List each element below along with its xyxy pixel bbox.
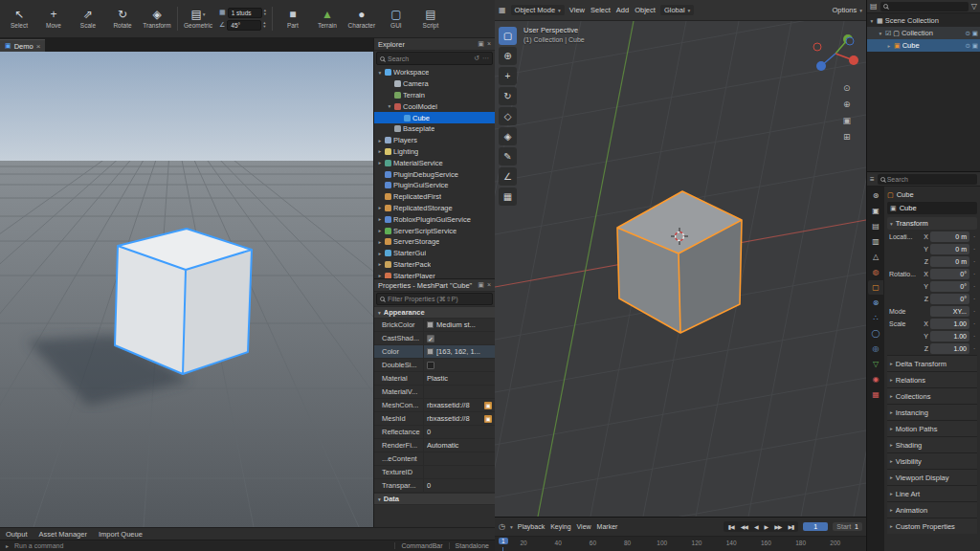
- eye-icon[interactable]: ⊙: [965, 30, 969, 37]
- history-icon[interactable]: ↺: [474, 55, 479, 62]
- play-button[interactable]: ▶: [762, 522, 771, 531]
- explorer-item-starterplayer[interactable]: ▸StarterPlayer: [374, 270, 495, 278]
- asset-icon[interactable]: ▣: [484, 415, 492, 423]
- modifier-tab[interactable]: ⊗: [868, 296, 883, 310]
- explorer-item-replicatedfirst[interactable]: ReplicatedFirst: [374, 191, 495, 203]
- particles-tab[interactable]: ∴: [868, 311, 883, 325]
- expand-right-icon[interactable]: ▸: [886, 43, 892, 49]
- scale-tool[interactable]: ◇: [499, 107, 517, 125]
- toolbar-scale-button[interactable]: ⇗Scale: [71, 2, 105, 35]
- insert-script-button[interactable]: ▤Script: [413, 2, 448, 35]
- animate-dot-icon[interactable]: ·: [971, 344, 977, 353]
- section-visibility[interactable]: ▸Visibility: [887, 452, 977, 469]
- jump-to-start-button[interactable]: ▮◀: [725, 522, 737, 531]
- cursor-tool[interactable]: ⊕: [499, 47, 517, 65]
- property-value-cell[interactable]: rbxassetid://8▣: [424, 401, 495, 409]
- section-animation[interactable]: ▸Animation: [887, 501, 977, 518]
- editor-type-icon[interactable]: ◷: [499, 522, 505, 531]
- outliner-item-cube[interactable]: ▸▣Cube⊙▣: [867, 39, 980, 52]
- toolbar-rotate-button[interactable]: ↻Rotate: [105, 2, 140, 35]
- command-input-placeholder[interactable]: Run a command: [14, 542, 389, 549]
- animate-dot-icon[interactable]: ·: [971, 270, 977, 278]
- outliner-item-scene-collection[interactable]: ▾▦Scene Collection: [867, 14, 980, 27]
- toolbar-move-button[interactable]: +Move: [36, 2, 71, 35]
- animate-dot-icon[interactable]: ·: [971, 257, 977, 266]
- explorer-item-materialservice[interactable]: ▸MaterialService: [374, 157, 495, 168]
- explorer-item-startergui[interactable]: ▸StarterGui: [374, 248, 495, 259]
- section-motion-paths[interactable]: ▸Motion Paths: [887, 420, 977, 436]
- property-row-transpar[interactable]: Transpar...0: [374, 479, 495, 493]
- snap-move-row[interactable]: ▦ 1 studs ▴▾: [219, 8, 266, 18]
- explorer-item-starterpack[interactable]: ▸StarterPack: [374, 259, 495, 271]
- world-tab[interactable]: ◍: [868, 265, 883, 279]
- statusbar-tab-asset-manager[interactable]: Asset Manager: [39, 530, 87, 539]
- output-tab[interactable]: ▤: [868, 219, 883, 233]
- object-name-field[interactable]: ▣ Cube: [887, 202, 977, 214]
- statusbar-tab-import-queue[interactable]: Import Queue: [99, 530, 143, 539]
- expand-down-icon[interactable]: ▾: [377, 70, 383, 76]
- property-row-renderfi[interactable]: RenderFi...Automatic: [374, 439, 495, 452]
- property-row-materialv[interactable]: MaterialV...: [374, 386, 495, 399]
- geometric-dropdown[interactable]: ▤ ▾ Geometric: [181, 2, 215, 35]
- expand-right-icon[interactable]: ▸: [377, 148, 383, 154]
- explorer-item-terrain[interactable]: Terrain: [374, 90, 495, 101]
- render-tab[interactable]: ▣: [868, 204, 883, 218]
- timeline-menu-playback[interactable]: Playback: [518, 523, 545, 530]
- asset-icon[interactable]: ▣: [484, 402, 492, 409]
- property-value-cell[interactable]: Automatic: [424, 441, 495, 450]
- insert-terrain-button[interactable]: ▲Terrain: [310, 2, 345, 35]
- select-box-tool[interactable]: ▢: [499, 27, 517, 45]
- scale-z-field[interactable]: 1.00: [930, 343, 969, 354]
- explorer-item-serverscriptservice[interactable]: ▸ServerScriptService: [374, 225, 495, 236]
- dock-icon[interactable]: ▣: [478, 40, 484, 48]
- filter-icon[interactable]: ▽: [971, 2, 977, 11]
- section-custom-properties[interactable]: ▸Custom Properties: [887, 518, 977, 534]
- scene-tab[interactable]: △: [868, 250, 883, 264]
- view-layer-tab[interactable]: ▥: [868, 234, 883, 249]
- property-row-meshid[interactable]: MeshIdrbxassetid://8▣: [374, 412, 495, 426]
- navigation-gizmo[interactable]: [811, 29, 860, 78]
- expand-down-icon[interactable]: ▾: [387, 103, 392, 109]
- timeline-ruler[interactable]: 20406080100120140160180200 1: [495, 537, 866, 551]
- explorer-item-replicatedstorage[interactable]: ▸ReplicatedStorage: [374, 203, 495, 214]
- checkbox-checked-icon[interactable]: ✓: [427, 335, 434, 342]
- next-keyframe-button[interactable]: ▶▶: [771, 522, 784, 531]
- playhead[interactable]: 1: [499, 537, 510, 551]
- location-x-field[interactable]: 0 m: [930, 231, 969, 242]
- add-cube-tool[interactable]: ▦: [499, 187, 517, 206]
- scale-x-field[interactable]: 1.00: [930, 319, 969, 329]
- statusbar-tab-output[interactable]: Output: [6, 530, 28, 539]
- expand-right-icon[interactable]: ▸: [377, 160, 383, 165]
- play-reverse-button[interactable]: ◀: [751, 522, 761, 531]
- property-value-cell[interactable]: rbxassetid://8▣: [424, 414, 495, 423]
- property-row-econtent[interactable]: ...eContent: [374, 452, 495, 466]
- editor-type-icon[interactable]: ▦: [499, 6, 506, 14]
- tool-tab[interactable]: ⊛: [868, 188, 883, 203]
- menu-object[interactable]: Object: [635, 6, 656, 14]
- pan-icon[interactable]: ⊕: [843, 100, 851, 109]
- filter-properties-input[interactable]: Filter Properties (⌘⇧P): [376, 293, 493, 305]
- annotate-tool[interactable]: ✎: [499, 147, 517, 165]
- measure-tool[interactable]: ∠: [499, 167, 517, 186]
- insert-part-button[interactable]: ■Part: [276, 2, 310, 35]
- more-icon[interactable]: ⋯: [482, 55, 489, 62]
- section-relations[interactable]: ▸Relations: [887, 371, 977, 387]
- toggle-view-icon[interactable]: ⊞: [843, 133, 851, 142]
- stepper-icon[interactable]: ▴▾: [264, 9, 266, 16]
- roblox-3d-viewport[interactable]: ▣ Demo ×: [0, 38, 373, 527]
- expand-right-icon[interactable]: ▸: [377, 138, 383, 143]
- section-shading[interactable]: ▸Shading: [887, 436, 977, 452]
- location-y-field[interactable]: 0 m: [930, 244, 969, 254]
- expand-down-icon[interactable]: ▾: [878, 31, 883, 36]
- explorer-item-pluginguiservice[interactable]: PluginGuiService: [374, 180, 495, 191]
- blender-3d-viewport[interactable]: User Perspective (1) Collection | Cube ▢…: [495, 21, 866, 517]
- timeline-menu-marker[interactable]: Marker: [597, 523, 618, 530]
- section-data[interactable]: ▾ Data: [374, 493, 495, 505]
- expand-right-icon[interactable]: ▸: [377, 273, 383, 278]
- expand-down-icon[interactable]: ▾: [869, 18, 875, 24]
- texture-tab[interactable]: ▦: [868, 387, 883, 402]
- scale-y-field[interactable]: 1.00: [930, 331, 969, 342]
- rotation-z-field[interactable]: 0°: [930, 294, 969, 304]
- editor-type-icon[interactable]: ≡: [870, 175, 875, 184]
- section-delta-transform[interactable]: ▸Delta Transform: [887, 355, 977, 371]
